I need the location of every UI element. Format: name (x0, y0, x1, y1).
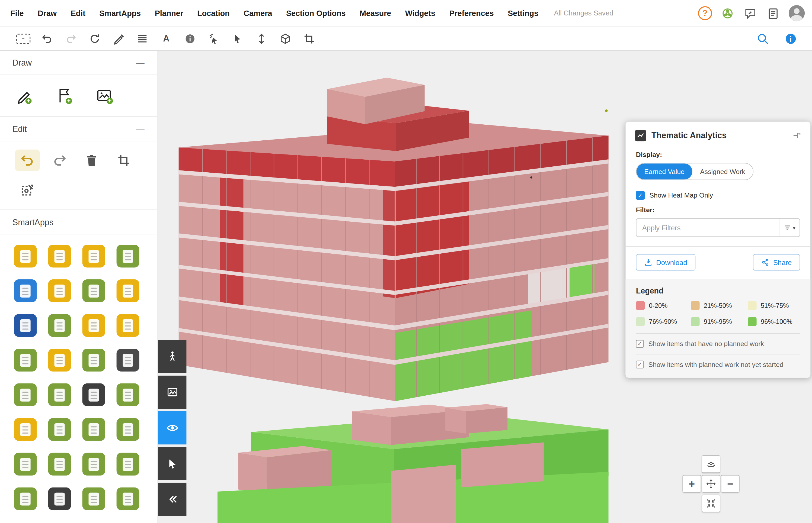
resize-vertical-icon[interactable] (254, 31, 269, 46)
earned-value-tab[interactable]: Earned Value (637, 163, 692, 179)
info-icon[interactable] (783, 31, 798, 46)
not-started-option[interactable]: ✓ Show items with planned work not yet s… (636, 354, 800, 375)
navigation-cluster: + − (680, 455, 742, 513)
assigned-work-tab[interactable]: Assigned Work (692, 163, 753, 179)
no-planned-work-checkbox[interactable]: ✓ (636, 340, 644, 348)
annotate-pen-icon[interactable] (111, 31, 126, 46)
filter-options-button[interactable]: ▾ (779, 219, 799, 237)
pin-panel-icon[interactable] (792, 130, 802, 141)
tools-icon[interactable] (117, 487, 139, 510)
refresh-icon[interactable] (87, 31, 103, 46)
collapse-smartapps-button[interactable]: — (136, 218, 144, 227)
add-markup-icon[interactable] (14, 87, 33, 105)
redo-icon[interactable] (63, 31, 79, 46)
clipboard-icon[interactable] (14, 245, 37, 268)
chart-icon[interactable] (48, 487, 71, 510)
truck-transfer-icon[interactable] (14, 349, 37, 372)
doc-search-icon[interactable] (48, 453, 71, 475)
menu-item[interactable]: Measure (360, 9, 391, 17)
transform-icon[interactable] (15, 180, 40, 201)
delivery-clock-icon[interactable] (83, 349, 105, 372)
zoom-out-button[interactable]: − (721, 475, 740, 493)
no-planned-work-option[interactable]: ✓ Show items that have no planned work (636, 333, 800, 354)
cube-icon[interactable] (277, 31, 293, 46)
feedback-chat-icon[interactable] (743, 6, 758, 20)
list-check-icon[interactable] (14, 453, 37, 475)
clipboard-check-icon[interactable] (83, 487, 105, 510)
search-icon[interactable] (755, 31, 771, 46)
show-heat-map-checkbox[interactable]: ✓ (636, 191, 645, 200)
text-tool-icon[interactable]: A (158, 31, 174, 46)
menu-item[interactable]: Camera (244, 9, 272, 17)
meeting-desk-icon[interactable] (117, 314, 139, 337)
menu-item[interactable]: Edit (71, 9, 85, 17)
chat-approval-icon[interactable] (83, 245, 105, 268)
material-box-icon[interactable] (48, 279, 71, 302)
gear-doc-icon[interactable] (83, 418, 105, 441)
help-icon[interactable]: ? (698, 6, 712, 20)
gear-document-icon[interactable] (48, 245, 71, 268)
crop-tool-icon[interactable] (301, 31, 317, 46)
pan-button[interactable] (702, 475, 720, 493)
team-icon[interactable] (117, 279, 139, 302)
add-flag-icon[interactable] (55, 87, 73, 105)
select-signal-icon[interactable] (206, 31, 222, 46)
menu-item[interactable]: Draw (38, 9, 57, 17)
visibility-button[interactable] (158, 411, 186, 445)
key-search-icon[interactable] (83, 453, 105, 475)
menu-item[interactable]: Preferences (449, 9, 494, 17)
shield-check-icon[interactable] (48, 418, 71, 441)
not-started-checkbox[interactable]: ✓ (636, 361, 644, 368)
share-button[interactable]: Share (753, 254, 800, 271)
mir-search-icon[interactable] (14, 383, 37, 406)
hammer-wrench-icon[interactable] (117, 349, 139, 372)
show-heat-map-checkbox-row[interactable]: ✓ Show Heat Map Only (636, 191, 800, 200)
add-image-icon[interactable] (95, 87, 114, 105)
download-button[interactable]: Download (636, 254, 696, 271)
menu-item[interactable]: Settings (508, 9, 538, 17)
calculator-icon[interactable] (14, 314, 37, 337)
undo-icon[interactable] (39, 31, 55, 46)
document-edit-icon[interactable] (48, 349, 71, 372)
shuffle-icon[interactable] (14, 279, 37, 302)
worker-plan-icon[interactable] (14, 418, 37, 441)
info-tool-icon[interactable] (182, 31, 198, 46)
snapshot-button[interactable] (158, 376, 186, 409)
checklist-pencil-icon[interactable] (48, 314, 71, 337)
cost-calculator-icon[interactable] (117, 245, 139, 268)
cube-icon[interactable] (83, 383, 105, 406)
phone-log-icon[interactable] (83, 314, 105, 337)
menu-item[interactable]: Planner (155, 9, 183, 17)
edit-redo-icon[interactable] (47, 149, 72, 171)
wrench-check-icon[interactable] (117, 383, 139, 406)
user-avatar[interactable] (789, 5, 805, 21)
building-icon[interactable] (83, 279, 105, 302)
section-box-tool-icon[interactable] (15, 31, 31, 46)
orbit-button[interactable] (702, 455, 720, 473)
walk-mode-button[interactable] (158, 340, 186, 373)
menu-item[interactable]: Section Options (286, 9, 346, 17)
model-viewport[interactable]: Thematic Analytics Display: Earned Value… (157, 51, 812, 523)
forms-list-icon[interactable] (766, 6, 780, 20)
menu-item[interactable]: File (10, 9, 23, 17)
pointer-button[interactable] (158, 447, 186, 480)
menu-item[interactable]: SmartApps (99, 9, 141, 17)
collapse-edit-button[interactable]: — (136, 125, 144, 133)
menu-item[interactable]: Widgets (405, 9, 435, 17)
edit-crop-icon[interactable] (111, 149, 136, 171)
integrations-icon[interactable] (720, 6, 735, 20)
site-monitor-icon[interactable] (48, 383, 71, 406)
edit-undo-icon[interactable] (15, 149, 40, 171)
compass-doc-icon[interactable] (117, 418, 139, 441)
collapse-draw-button[interactable]: — (136, 59, 144, 68)
filter-input[interactable] (637, 219, 779, 237)
plug-icon[interactable] (117, 453, 139, 475)
report-icon[interactable] (14, 487, 37, 510)
collapse-toolbar-button[interactable] (158, 483, 186, 516)
layers-icon[interactable] (135, 31, 150, 46)
fit-view-button[interactable] (702, 494, 720, 512)
delete-trash-icon[interactable] (79, 149, 104, 171)
select-arrow-icon[interactable] (230, 31, 245, 46)
menu-item[interactable]: Location (197, 9, 229, 17)
zoom-in-button[interactable]: + (683, 475, 701, 493)
